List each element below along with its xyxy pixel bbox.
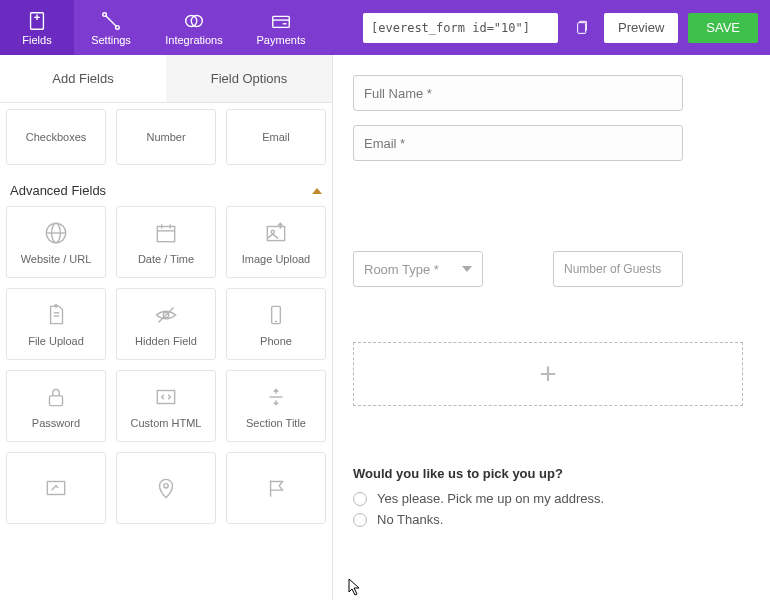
nav-label: Payments [257,34,306,46]
nav-integrations[interactable]: Integrations [148,0,240,55]
radio-label: No Thanks. [377,512,443,527]
field-phone[interactable]: Phone [226,288,326,360]
group-label: Advanced Fields [10,183,106,198]
chevron-down-icon [462,266,472,272]
field-file-upload[interactable]: File Upload [6,288,106,360]
radio-option-no[interactable]: No Thanks. [353,512,750,527]
field-label: Hidden Field [135,335,197,347]
radio-label: Yes please. Pick me up on my address. [377,491,604,506]
svg-rect-26 [50,396,63,406]
field-country[interactable] [226,452,326,524]
eye-off-icon [152,301,180,329]
field-label: Email [262,131,290,143]
svg-rect-7 [273,16,290,27]
globe-icon [42,219,70,247]
field-location[interactable] [116,452,216,524]
field-number[interactable]: Number [116,109,216,165]
svg-point-4 [116,25,120,29]
svg-rect-18 [267,227,284,241]
section-icon [262,383,290,411]
card-icon [270,10,292,32]
field-image-upload[interactable]: Image Upload [226,206,326,278]
nav-payments[interactable]: Payments [240,0,322,55]
guests-input[interactable]: Number of Guests [553,251,683,287]
field-email[interactable]: Email [226,109,326,165]
svg-rect-14 [157,227,174,242]
field-label: Section Title [246,417,306,429]
svg-point-3 [103,12,107,16]
field-label: Image Upload [242,253,311,265]
field-label: Number [146,131,185,143]
field-label: Checkboxes [26,131,87,143]
lock-icon [42,383,70,411]
room-type-select[interactable]: Room Type * [353,251,483,287]
placeholder-text: Email * [364,136,405,151]
full-name-input[interactable]: Full Name * [353,75,683,111]
placeholder-text: Full Name * [364,86,432,101]
radio-option-yes[interactable]: Yes please. Pick me up on my address. [353,491,750,506]
field-checkboxes[interactable]: Checkboxes [6,109,106,165]
svg-point-19 [271,230,274,233]
nav-label: Settings [91,34,131,46]
phone-icon [262,301,290,329]
svg-rect-29 [47,482,64,495]
tab-field-options[interactable]: Field Options [166,55,332,103]
question-label: Would you like us to pick you up? [353,466,750,481]
preview-button[interactable]: Preview [604,13,678,43]
mouse-cursor-icon [348,578,362,600]
svg-rect-10 [578,22,586,33]
field-drop-zone[interactable]: + [353,342,743,406]
code-icon [152,383,180,411]
svg-rect-27 [157,391,174,404]
field-date-time[interactable]: Date / Time [116,206,216,278]
field-label: Date / Time [138,253,194,265]
svg-point-30 [164,484,168,488]
field-section-title[interactable]: Section Title [226,370,326,442]
shortcode-input[interactable] [363,13,558,43]
image-upload-icon [262,219,290,247]
nav-settings[interactable]: Settings [74,0,148,55]
field-label: Custom HTML [131,417,202,429]
placeholder-text: Room Type * [364,262,439,277]
field-label: Phone [260,335,292,347]
nav-label: Fields [22,34,51,46]
save-button[interactable]: SAVE [688,13,758,43]
placeholder-text: Number of Guests [564,262,661,276]
group-advanced-fields[interactable]: Advanced Fields [0,175,332,206]
calendar-icon [152,219,180,247]
nav-fields[interactable]: Fields [0,0,74,55]
flag-icon [262,474,290,502]
signature-icon [42,474,70,502]
field-label: Password [32,417,80,429]
nav-label: Integrations [165,34,222,46]
field-label: File Upload [28,335,84,347]
field-password[interactable]: Password [6,370,106,442]
email-input[interactable]: Email * [353,125,683,161]
link-icon [183,10,205,32]
field-hidden[interactable]: Hidden Field [116,288,216,360]
chevron-up-icon [312,188,322,194]
radio-icon [353,492,367,506]
tab-add-fields[interactable]: Add Fields [0,55,166,103]
field-signature[interactable] [6,452,106,524]
radio-icon [353,513,367,527]
wrench-icon [100,10,122,32]
file-upload-icon [42,301,70,329]
field-website-url[interactable]: Website / URL [6,206,106,278]
svg-line-23 [158,307,173,322]
pin-icon [152,474,180,502]
form-icon [26,10,48,32]
field-custom-html[interactable]: Custom HTML [116,370,216,442]
field-label: Website / URL [21,253,92,265]
plus-icon: + [539,357,557,391]
copy-shortcode-button[interactable] [568,13,594,43]
